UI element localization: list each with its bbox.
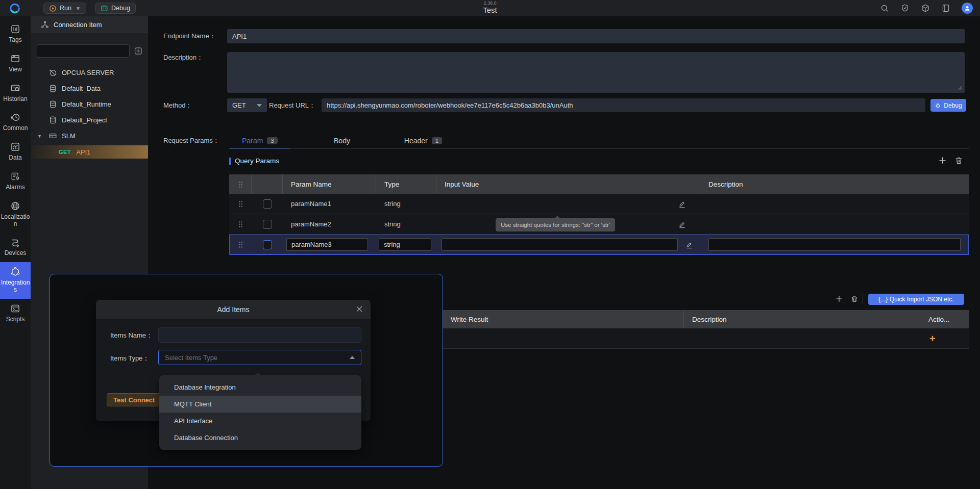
tree-item-slm[interactable]: ▼ SLM	[31, 128, 148, 144]
column-header: Type	[376, 174, 436, 194]
tab-param[interactable]: Param 3	[230, 133, 290, 148]
endpoint-name-input[interactable]	[227, 29, 965, 43]
drag-handle-icon	[238, 181, 242, 188]
row-checkbox[interactable]	[263, 220, 272, 229]
method-select[interactable]: GET	[227, 98, 267, 112]
caret-down-icon[interactable]: ▼	[37, 134, 44, 139]
method-label: Method：	[163, 98, 192, 112]
edit-pencil-icon[interactable]	[678, 200, 686, 208]
scripts-icon	[10, 303, 20, 314]
sidebar-label: View	[1, 66, 30, 73]
dropdown-option-mqtt-client[interactable]: MQTT Client	[159, 396, 361, 413]
tree-item-label: SLM	[62, 132, 76, 140]
tab-body[interactable]: Body	[324, 133, 360, 148]
row-checkbox[interactable]	[263, 240, 272, 249]
sidebar-item-view[interactable]: View	[0, 49, 31, 79]
input-value-cell	[436, 200, 700, 208]
database-icon	[48, 116, 57, 124]
user-icon	[964, 5, 971, 12]
sidebar-label: Tags	[1, 37, 30, 44]
play-icon	[49, 5, 57, 12]
tree-panel-title: Connection Item	[54, 21, 102, 29]
debug-mode-button[interactable]: Debug	[95, 3, 136, 14]
tree-item-opcua-server[interactable]: OPCUA SERVER	[31, 65, 148, 81]
sidebar-item-common[interactable]: Common	[0, 108, 31, 137]
add-write-item-icon[interactable]	[835, 295, 843, 303]
tree-search-input[interactable]	[37, 44, 130, 58]
sitemap-icon	[41, 20, 49, 29]
endpoint-name-label: Endpoint Name：	[163, 29, 216, 43]
sidebar-item-alarms[interactable]: Alarms	[0, 167, 31, 196]
database-icon	[48, 100, 57, 109]
sidebar-item-tags[interactable]: Tags	[0, 19, 31, 49]
param-type-input[interactable]	[379, 238, 431, 251]
tree-item-label: Default_Runtime	[62, 100, 111, 108]
param-name-input[interactable]	[286, 238, 368, 251]
items-name-input[interactable]	[158, 327, 361, 343]
debug-label: Debug	[111, 5, 130, 12]
select-placeholder: Select Items Type	[165, 354, 217, 362]
sidebar-item-devices[interactable]: Devices	[0, 233, 31, 262]
request-url-input[interactable]	[322, 98, 925, 112]
drag-handle-icon[interactable]	[238, 221, 242, 227]
tree-item-default-project[interactable]: Default_Project	[31, 112, 148, 128]
input-value-input[interactable]	[442, 238, 678, 251]
tab-label: Header	[404, 137, 428, 145]
sidebar-item-scripts[interactable]: Scripts	[0, 299, 31, 328]
table-header-row: Param Name Type Input Value Description	[229, 174, 969, 194]
delete-param-icon[interactable]	[954, 156, 963, 165]
user-avatar[interactable]	[962, 3, 973, 14]
dropdown-option-api-interface[interactable]: API Interface	[159, 413, 361, 429]
description-input[interactable]	[708, 238, 961, 251]
tab-count-badge: 3	[267, 137, 277, 144]
edit-pencil-icon[interactable]	[678, 220, 686, 228]
request-url-label: Request URL：	[269, 98, 315, 112]
edit-pencil-icon[interactable]	[685, 241, 693, 249]
description-textarea[interactable]	[227, 52, 965, 93]
row-checkbox[interactable]	[263, 199, 272, 209]
dropdown-option-database-connection[interactable]: Database Connection	[159, 429, 361, 446]
tags-icon	[10, 24, 20, 34]
add-row-button[interactable]: +	[929, 333, 936, 344]
quick-import-json-button[interactable]: {...} Quick Import JSON etc.	[868, 294, 964, 305]
sidebar-item-integrations[interactable]: Integrations	[0, 262, 31, 299]
sidebar-item-historian[interactable]: Historian	[0, 79, 31, 108]
sidebar-item-localization[interactable]: Localization	[0, 196, 31, 233]
package-icon[interactable]	[921, 4, 930, 13]
drag-handle-icon[interactable]	[238, 200, 242, 207]
items-type-dropdown: Database Integration MQTT Client API Int…	[159, 375, 361, 450]
book-icon[interactable]	[941, 4, 950, 13]
drag-handle-icon[interactable]	[238, 241, 242, 248]
sidebar-label: Historian	[1, 96, 30, 103]
sidebar-item-data[interactable]: Data	[0, 137, 31, 167]
add-param-icon[interactable]	[938, 156, 947, 165]
project-title: Test	[483, 6, 497, 15]
sidebar-label: Devices	[1, 250, 30, 257]
items-type-label: Items Type：	[110, 354, 149, 363]
shield-check-icon[interactable]	[900, 4, 910, 13]
items-type-select[interactable]: Select Items Type	[158, 350, 361, 365]
quotes-tooltip: Use straight quotes for strings: "str" o…	[496, 218, 615, 231]
tree-search-row	[37, 44, 143, 58]
tree-item-api1-selected[interactable]: GET API1	[31, 145, 148, 159]
debug-request-button[interactable]: Debug	[930, 99, 966, 112]
tab-header[interactable]: Header 1	[400, 133, 447, 148]
sidebar-label: Scripts	[1, 316, 30, 323]
tree-item-default-runtime[interactable]: Default_Runtime	[31, 96, 148, 112]
run-button[interactable]: Run ▼	[43, 3, 86, 14]
close-icon[interactable]	[355, 305, 363, 313]
tab-label: Body	[334, 137, 350, 145]
server-icon	[48, 132, 57, 140]
add-connection-icon[interactable]	[134, 46, 143, 56]
topbar-actions	[880, 0, 973, 16]
tab-label: Param	[242, 137, 263, 145]
tree-item-default-data[interactable]: Default_Data	[31, 81, 148, 96]
dialog-title: Add Items	[217, 305, 249, 314]
delete-write-item-icon[interactable]	[850, 295, 859, 303]
http-method-badge: GET	[59, 149, 71, 155]
tree-item-label: Default_Data	[62, 85, 101, 92]
dropdown-option-database-integration[interactable]: Database Integration	[159, 379, 361, 396]
search-icon[interactable]	[880, 4, 889, 13]
resize-handle-icon[interactable]	[957, 86, 962, 90]
section-accent-bar	[229, 158, 231, 165]
